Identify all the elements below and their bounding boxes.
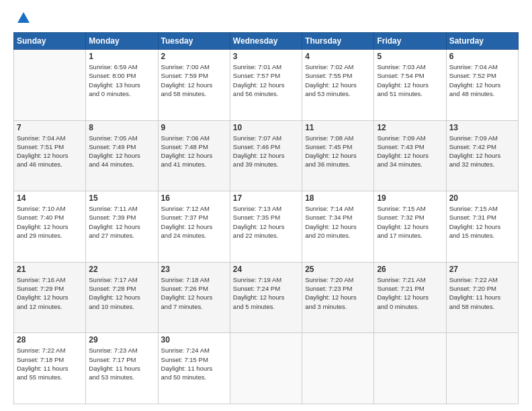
day-info: Sunrise: 7:03 AMSunset: 7:54 PMDaylight:…: [377, 62, 443, 98]
calendar-cell: 14Sunrise: 7:10 AMSunset: 7:40 PMDayligh…: [14, 191, 86, 263]
weekday-header-tuesday: Tuesday: [158, 33, 230, 50]
day-info: Sunrise: 7:02 AMSunset: 7:55 PMDaylight:…: [305, 62, 371, 98]
day-info: Sunrise: 7:22 AMSunset: 7:18 PMDaylight:…: [17, 346, 83, 381]
day-number: 1: [89, 52, 154, 61]
day-info: Sunrise: 7:10 AMSunset: 7:40 PMDaylight:…: [17, 204, 83, 240]
day-info: Sunrise: 7:01 AMSunset: 7:57 PMDaylight:…: [233, 62, 299, 98]
weekday-header-friday: Friday: [374, 33, 446, 50]
day-number: 9: [161, 123, 227, 132]
calendar-cell: 2Sunrise: 7:00 AMSunset: 7:59 PMDaylight…: [158, 50, 230, 121]
day-info: Sunrise: 7:09 AMSunset: 7:42 PMDaylight:…: [449, 134, 515, 169]
day-info: Sunrise: 7:24 AMSunset: 7:15 PMDaylight:…: [161, 346, 227, 381]
calendar-cell: 8Sunrise: 7:05 AMSunset: 7:49 PMDaylight…: [86, 120, 158, 191]
day-info: Sunrise: 7:06 AMSunset: 7:48 PMDaylight:…: [161, 134, 227, 169]
logo-area: [13, 11, 31, 26]
day-number: 28: [17, 335, 83, 345]
day-number: 11: [305, 123, 371, 132]
day-number: 17: [233, 193, 299, 203]
weekday-header-monday: Monday: [86, 33, 158, 50]
day-number: 14: [17, 193, 83, 203]
calendar-cell: 13Sunrise: 7:09 AMSunset: 7:42 PMDayligh…: [446, 120, 518, 191]
day-info: Sunrise: 7:07 AMSunset: 7:46 PMDaylight:…: [233, 134, 299, 169]
day-number: 22: [89, 265, 154, 274]
calendar-cell: 23Sunrise: 7:18 AMSunset: 7:26 PMDayligh…: [158, 262, 230, 333]
calendar-cell: 15Sunrise: 7:11 AMSunset: 7:39 PMDayligh…: [86, 191, 158, 263]
day-number: 18: [305, 193, 371, 203]
day-number: 8: [89, 123, 154, 132]
day-info: Sunrise: 7:13 AMSunset: 7:35 PMDaylight:…: [233, 204, 299, 240]
day-info: Sunrise: 7:15 AMSunset: 7:31 PMDaylight:…: [449, 204, 515, 240]
calendar-cell: 28Sunrise: 7:22 AMSunset: 7:18 PMDayligh…: [14, 333, 86, 404]
day-number: 5: [377, 52, 443, 61]
calendar-cell: 4Sunrise: 7:02 AMSunset: 7:55 PMDaylight…: [302, 50, 374, 121]
day-info: Sunrise: 7:04 AMSunset: 7:51 PMDaylight:…: [17, 134, 83, 169]
day-number: 27: [449, 265, 515, 274]
day-info: Sunrise: 7:12 AMSunset: 7:37 PMDaylight:…: [161, 204, 227, 240]
calendar-cell: 18Sunrise: 7:14 AMSunset: 7:34 PMDayligh…: [302, 191, 374, 263]
calendar-body: 1Sunrise: 6:59 AMSunset: 8:00 PMDaylight…: [14, 50, 519, 404]
calendar-cell: [446, 333, 518, 404]
calendar-cell: 24Sunrise: 7:19 AMSunset: 7:24 PMDayligh…: [230, 262, 302, 333]
day-info: Sunrise: 7:08 AMSunset: 7:45 PMDaylight:…: [305, 134, 371, 169]
day-info: Sunrise: 7:05 AMSunset: 7:49 PMDaylight:…: [89, 134, 154, 169]
calendar-week-row: 7Sunrise: 7:04 AMSunset: 7:51 PMDaylight…: [14, 120, 519, 191]
calendar-cell: 21Sunrise: 7:16 AMSunset: 7:29 PMDayligh…: [14, 262, 86, 333]
calendar-cell: 10Sunrise: 7:07 AMSunset: 7:46 PMDayligh…: [230, 120, 302, 191]
day-info: Sunrise: 7:22 AMSunset: 7:20 PMDaylight:…: [449, 275, 515, 311]
calendar-week-row: 21Sunrise: 7:16 AMSunset: 7:29 PMDayligh…: [14, 262, 519, 333]
day-number: 30: [161, 335, 227, 345]
day-info: Sunrise: 7:17 AMSunset: 7:28 PMDaylight:…: [89, 275, 154, 311]
calendar-cell: [14, 50, 86, 121]
calendar-cell: 3Sunrise: 7:01 AMSunset: 7:57 PMDaylight…: [230, 50, 302, 121]
day-info: Sunrise: 6:59 AMSunset: 8:00 PMDaylight:…: [89, 62, 154, 98]
day-number: 4: [305, 52, 371, 61]
calendar-cell: 9Sunrise: 7:06 AMSunset: 7:48 PMDaylight…: [158, 120, 230, 191]
day-number: 26: [377, 265, 443, 274]
day-number: 13: [449, 123, 515, 132]
day-info: Sunrise: 7:19 AMSunset: 7:24 PMDaylight:…: [233, 275, 299, 311]
calendar-cell: 25Sunrise: 7:20 AMSunset: 7:23 PMDayligh…: [302, 262, 374, 333]
calendar-cell: 29Sunrise: 7:23 AMSunset: 7:17 PMDayligh…: [86, 333, 158, 404]
day-number: 10: [233, 123, 299, 132]
calendar-cell: 5Sunrise: 7:03 AMSunset: 7:54 PMDaylight…: [374, 50, 446, 121]
calendar-cell: [230, 333, 302, 404]
day-info: Sunrise: 7:16 AMSunset: 7:29 PMDaylight:…: [17, 275, 83, 311]
day-number: 3: [233, 52, 299, 61]
day-number: 20: [449, 193, 515, 203]
calendar-cell: 20Sunrise: 7:15 AMSunset: 7:31 PMDayligh…: [446, 191, 518, 263]
day-number: 7: [17, 123, 83, 132]
day-info: Sunrise: 7:09 AMSunset: 7:43 PMDaylight:…: [377, 134, 443, 169]
day-info: Sunrise: 7:04 AMSunset: 7:52 PMDaylight:…: [449, 62, 515, 98]
day-info: Sunrise: 7:14 AMSunset: 7:34 PMDaylight:…: [305, 204, 371, 240]
logo-icon: [16, 11, 31, 26]
calendar-cell: 1Sunrise: 6:59 AMSunset: 8:00 PMDaylight…: [86, 50, 158, 121]
day-number: 12: [377, 123, 443, 132]
day-number: 2: [161, 52, 227, 61]
day-info: Sunrise: 7:15 AMSunset: 7:32 PMDaylight:…: [377, 204, 443, 240]
weekday-header-sunday: Sunday: [14, 33, 86, 50]
day-number: 23: [161, 265, 227, 274]
day-number: 25: [305, 265, 371, 274]
weekday-header-saturday: Saturday: [446, 33, 518, 50]
day-number: 24: [233, 265, 299, 274]
day-info: Sunrise: 7:21 AMSunset: 7:21 PMDaylight:…: [377, 275, 443, 311]
weekday-header-wednesday: Wednesday: [230, 33, 302, 50]
calendar-cell: [302, 333, 374, 404]
svg-marker-0: [17, 12, 30, 23]
day-info: Sunrise: 7:20 AMSunset: 7:23 PMDaylight:…: [305, 275, 371, 311]
calendar-week-row: 1Sunrise: 6:59 AMSunset: 8:00 PMDaylight…: [14, 50, 519, 121]
calendar-cell: 30Sunrise: 7:24 AMSunset: 7:15 PMDayligh…: [158, 333, 230, 404]
day-number: 6: [449, 52, 515, 61]
calendar-table: SundayMondayTuesdayWednesdayThursdayFrid…: [13, 32, 519, 404]
calendar-cell: 22Sunrise: 7:17 AMSunset: 7:28 PMDayligh…: [86, 262, 158, 333]
day-number: 29: [89, 335, 154, 345]
calendar-cell: 27Sunrise: 7:22 AMSunset: 7:20 PMDayligh…: [446, 262, 518, 333]
day-info: Sunrise: 7:00 AMSunset: 7:59 PMDaylight:…: [161, 62, 227, 98]
calendar-cell: 11Sunrise: 7:08 AMSunset: 7:45 PMDayligh…: [302, 120, 374, 191]
day-number: 16: [161, 193, 227, 203]
weekday-header-thursday: Thursday: [302, 33, 374, 50]
calendar-cell: 16Sunrise: 7:12 AMSunset: 7:37 PMDayligh…: [158, 191, 230, 263]
calendar-header: SundayMondayTuesdayWednesdayThursdayFrid…: [14, 33, 519, 50]
calendar-week-row: 28Sunrise: 7:22 AMSunset: 7:18 PMDayligh…: [14, 333, 519, 404]
page: SundayMondayTuesdayWednesdayThursdayFrid…: [0, 0, 532, 411]
